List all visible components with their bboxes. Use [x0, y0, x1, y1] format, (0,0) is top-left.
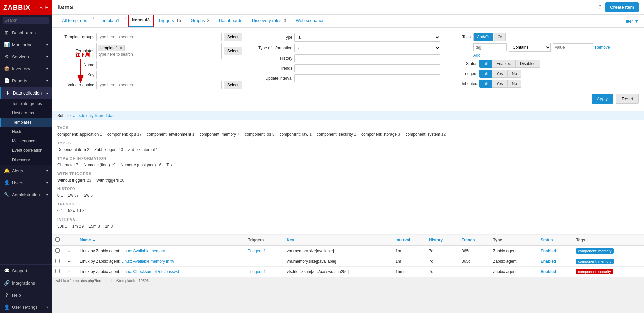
row1-name-link[interactable]: Linux: Available memory [121, 249, 165, 253]
topbar-help-icon[interactable]: ? [598, 4, 601, 10]
sidebar-item-integrations[interactable]: 🔗 Integrations [0, 277, 52, 289]
inherited-yes-btn[interactable]: Yes [492, 80, 507, 88]
tag-value-input[interactable] [553, 43, 593, 51]
tab-discovery-rules[interactable]: Discovery rules 3 [247, 15, 291, 27]
select-all-checkbox[interactable] [55, 237, 60, 242]
history-2w[interactable]: 2w 5 [84, 193, 96, 198]
row3-name-link[interactable]: Linux: Checksum of /etc/passwd [121, 269, 179, 274]
create-item-button[interactable]: Create item [605, 2, 639, 12]
sidebar-item-inventory[interactable]: 📦 Inventory ▾ [0, 63, 52, 75]
sub-event-correlation[interactable]: Event correlation [0, 146, 52, 155]
tag-component-application[interactable]: component: application 1 [57, 132, 106, 137]
type-zabbix-internal[interactable]: Zabbix internal 1 [128, 147, 162, 152]
with-triggers[interactable]: With triggers 20 [96, 178, 128, 183]
sub-maintenance[interactable]: Maintenance [0, 136, 52, 146]
row1-triggers-link[interactable]: Triggers 1 [248, 249, 266, 253]
interval-1m[interactable]: 1m 29 [72, 224, 88, 229]
sidebar-item-users[interactable]: 👤 Users ▾ [0, 177, 52, 189]
without-triggers[interactable]: Without triggers 23 [57, 178, 95, 183]
sidebar-item-help[interactable]: ? Help [0, 289, 52, 301]
menu-icon[interactable]: ⊟ [45, 5, 49, 10]
tag-component-security[interactable]: component: security 1 [317, 132, 360, 137]
sub-template-groups[interactable]: Template groups [0, 99, 52, 108]
tab-triggers[interactable]: Triggers 15 [154, 15, 186, 27]
sidebar-item-reports[interactable]: 📄 Reports ▾ [0, 75, 52, 87]
info-text[interactable]: Text 1 [166, 163, 181, 167]
tab-template1[interactable]: template1 [96, 15, 124, 27]
filter-key-input[interactable] [96, 71, 242, 79]
reset-button[interactable]: Reset [616, 94, 639, 104]
row2-actions[interactable]: ··· [63, 256, 76, 267]
filter-value-mapping-input[interactable] [96, 81, 222, 89]
info-numeric-float[interactable]: Numeric (float) 19 [84, 163, 119, 167]
interval-1h[interactable]: 1h 8 [105, 224, 117, 229]
col-history-header[interactable]: History [426, 235, 458, 246]
status-disabled-btn[interactable]: Disabled [516, 60, 540, 68]
tag-component-storage[interactable]: component: storage 3 [361, 132, 404, 137]
filter-name-input[interactable] [96, 61, 242, 69]
info-character[interactable]: Character 7 [57, 163, 83, 167]
sidebar-item-support[interactable]: 💬 Support [0, 265, 52, 277]
filter-update-interval-input[interactable] [294, 74, 440, 82]
filter-type-select[interactable]: all Zabbix agent Zabbix trapper Dependen… [294, 33, 440, 42]
tag-component-os[interactable]: component: os 3 [245, 132, 278, 137]
sub-host-groups[interactable]: Host groups [0, 108, 52, 118]
tab-all-templates[interactable]: All templates [57, 15, 92, 27]
filter-trends-input[interactable] [294, 64, 440, 72]
row2-checkbox[interactable] [55, 259, 60, 263]
collapse-icon[interactable]: « [40, 5, 43, 10]
filter-history-input[interactable] [294, 54, 440, 62]
tag-component-memory[interactable]: component: memory 7 [200, 132, 244, 137]
col-name-header[interactable]: Name ▲ [76, 235, 245, 246]
col-interval-header[interactable]: Interval [392, 235, 426, 246]
col-status-header[interactable]: Status [537, 235, 573, 246]
row2-name-link[interactable]: Linux: Available memory in % [121, 259, 174, 264]
tag-component-environment[interactable]: component: environment 1 [147, 132, 198, 137]
apply-button[interactable]: Apply [592, 94, 613, 104]
sidebar-item-user-settings[interactable]: 👤 User settings ▾ [0, 301, 52, 313]
sidebar-item-alerts[interactable]: 🔔 Alerts ▾ [0, 165, 52, 177]
tab-graphs[interactable]: Graphs 8 [186, 15, 214, 27]
type-zabbix-agent[interactable]: Zabbix agent 40 [94, 147, 127, 152]
triggers-no-btn[interactable]: No [507, 70, 521, 78]
triggers-yes-btn[interactable]: Yes [492, 70, 507, 78]
sub-templates[interactable]: Templates [0, 118, 52, 127]
tag-component-cpu[interactable]: component: cpu 17 [107, 132, 146, 137]
status-all-btn[interactable]: all [479, 60, 492, 68]
tab-items[interactable]: Items 43 [128, 15, 154, 27]
trends-52w1d[interactable]: 52w 1d 34 [68, 208, 91, 213]
tag-name-input[interactable] [473, 43, 507, 51]
type-dependent-item[interactable]: Dependent item 2 [57, 147, 93, 152]
sidebar-search-input[interactable] [3, 17, 49, 24]
sidebar-item-administration[interactable]: 🔧 Administration ▾ [0, 189, 52, 201]
filter-templates-select-btn[interactable]: Select [224, 47, 242, 55]
tag-component-system[interactable]: component: system 12 [405, 132, 450, 137]
sidebar-item-services[interactable]: ⚙ Services ▾ [0, 51, 52, 63]
filter-button[interactable]: Filter ▼ [623, 19, 639, 24]
filter-templates-input[interactable] [98, 51, 220, 57]
tab-web-scenarios[interactable]: Web scenarios [291, 15, 329, 27]
filter-template-groups-input[interactable] [96, 33, 222, 41]
row3-checkbox[interactable] [55, 269, 60, 273]
status-enabled-btn[interactable]: Enabled [492, 60, 516, 68]
filter-template-groups-select-btn[interactable]: Select [224, 33, 242, 41]
remove-tag-link[interactable]: Remove [595, 45, 610, 50]
inherited-all-btn[interactable]: all [479, 80, 492, 88]
info-numeric-unsigned[interactable]: Numeric (unsigned) 16 [121, 163, 165, 167]
tag-component-raw[interactable]: component: raw 1 [280, 132, 316, 137]
and-or-button[interactable]: And/Or [473, 33, 493, 41]
sidebar-item-data-collection[interactable]: ⬇ Data collection ▴ [0, 87, 52, 99]
sidebar-item-dashboards[interactable]: ⊞ Dashboards [0, 26, 52, 39]
row3-triggers-link[interactable]: Triggers 1 [248, 269, 266, 274]
tab-dashboards[interactable]: Dashboards [214, 15, 247, 27]
row3-actions[interactable]: ··· [63, 267, 76, 277]
row1-checkbox[interactable] [55, 248, 60, 253]
filter-type-of-info-select[interactable]: all Numeric (float) Numeric (unsigned) C… [294, 44, 440, 52]
col-key-header[interactable]: Key [283, 235, 392, 246]
triggers-all-btn[interactable]: all [479, 70, 492, 78]
interval-15m[interactable]: 15m 3 [89, 224, 104, 229]
history-0[interactable]: 0 1 [57, 193, 67, 198]
inherited-no-btn[interactable]: No [507, 80, 521, 88]
template-tag-remove[interactable]: ✕ [119, 46, 122, 50]
sub-hosts[interactable]: Hosts [0, 127, 52, 136]
